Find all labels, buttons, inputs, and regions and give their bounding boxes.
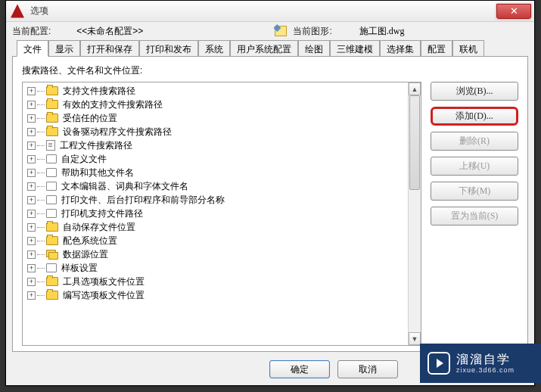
tree-item[interactable]: +编写选项板文件位置 — [23, 288, 421, 302]
info-row: 当前配置: <<未命名配置>> 当前图形: 施工图.dwg — [6, 22, 534, 40]
expand-icon[interactable]: + — [27, 182, 36, 191]
folder-icon — [46, 195, 57, 204]
tab-bar: 文件 显示 打开和保存 打印和发布 系统 用户系统配置 绘图 三维建模 选择集 … — [6, 40, 534, 57]
path-tree[interactable]: +支持文件搜索路径+有效的支持文件搜索路径+受信任的位置+设备驱动程序文件搜索路… — [22, 82, 421, 346]
expand-icon[interactable]: + — [27, 250, 36, 259]
folder-icon — [46, 209, 57, 218]
expand-icon[interactable]: + — [27, 237, 36, 245]
tree-item-label: 自动保存文件位置 — [63, 221, 135, 234]
tab-profiles[interactable]: 配置 — [421, 40, 452, 57]
tab-plot-publish[interactable]: 打印和发布 — [139, 40, 198, 57]
expand-icon[interactable]: + — [27, 196, 36, 204]
add-button[interactable]: 添加(D)... — [431, 107, 518, 126]
close-icon: ✕ — [510, 5, 518, 17]
tree-item[interactable]: +自定义文件 — [23, 152, 421, 166]
tab-3d-modeling[interactable]: 三维建模 — [330, 40, 380, 57]
tree-item-label: 打印文件、后台打印程序和前导部分名称 — [61, 194, 225, 207]
tree-item-label: 打印机支持文件路径 — [61, 207, 143, 220]
set-current-button[interactable]: 置为当前(S) — [431, 207, 518, 226]
watermark-url: zixue.3d66.com — [456, 366, 515, 375]
expand-icon[interactable]: + — [27, 114, 36, 123]
expand-icon[interactable]: + — [27, 210, 36, 218]
side-button-column: 浏览(B)... 添加(D)... 删除(R) 上移(U) 下移(M) 置为当前… — [431, 82, 518, 346]
scroll-up-button[interactable]: ▲ — [409, 82, 421, 95]
tree-item[interactable]: +自动保存文件位置 — [23, 220, 421, 234]
tree-item[interactable]: +帮助和其他文件名 — [23, 166, 421, 179]
current-drawing-label: 当前图形: — [293, 25, 331, 38]
expand-icon[interactable]: + — [27, 128, 36, 136]
tree-item-label: 数据源位置 — [63, 248, 108, 261]
expand-icon[interactable]: + — [27, 87, 36, 95]
expand-icon[interactable]: + — [27, 278, 36, 286]
expand-icon[interactable]: + — [27, 169, 36, 177]
tree-item-label: 工程文件搜索路径 — [60, 139, 132, 152]
tab-online[interactable]: 联机 — [452, 40, 484, 57]
window-close-button[interactable]: ✕ — [496, 4, 531, 19]
folder-stack-icon — [46, 250, 58, 260]
remove-button[interactable]: 删除(R) — [431, 132, 518, 151]
tree-item[interactable]: +有效的支持文件搜索路径 — [23, 98, 421, 111]
tab-open-save[interactable]: 打开和保存 — [80, 40, 139, 57]
folder-icon — [46, 86, 58, 95]
tab-selection[interactable]: 选择集 — [380, 40, 421, 57]
tab-drafting[interactable]: 绘图 — [298, 40, 330, 57]
move-down-button[interactable]: 下移(M) — [431, 182, 518, 201]
tree-item[interactable]: +受信任的位置 — [23, 111, 421, 125]
expand-icon[interactable]: + — [27, 101, 36, 109]
tree-item[interactable]: +工具选项板文件位置 — [23, 275, 421, 288]
folder-icon — [46, 222, 58, 232]
titlebar: 选项 ✕ — [6, 1, 534, 22]
tree-item[interactable]: +文本编辑器、词典和字体文件名 — [23, 179, 421, 193]
ok-button[interactable]: 确定 — [269, 360, 330, 378]
app-icon — [11, 5, 24, 18]
expand-icon[interactable]: + — [27, 291, 36, 300]
folder-icon — [46, 182, 57, 191]
content-label: 搜索路径、文件名和文件位置: — [22, 64, 518, 77]
folder-icon — [46, 100, 58, 109]
expand-icon[interactable]: + — [27, 142, 36, 150]
tab-files[interactable]: 文件 — [17, 40, 48, 57]
current-drawing-value: 施工图.dwg — [359, 25, 405, 38]
tree-item[interactable]: +工程文件搜索路径 — [23, 138, 421, 152]
document-icon — [46, 140, 55, 151]
move-up-button[interactable]: 上移(U) — [431, 157, 518, 176]
folder-icon — [46, 154, 57, 163]
scroll-track[interactable] — [409, 95, 421, 332]
folder-icon — [46, 114, 58, 123]
expand-icon[interactable]: + — [27, 264, 36, 272]
folder-icon — [46, 291, 58, 300]
tree-scrollbar[interactable]: ▲ ▼ — [408, 82, 421, 345]
tree-item-label: 文本编辑器、词典和字体文件名 — [61, 180, 188, 193]
scroll-down-button[interactable]: ▼ — [409, 332, 421, 345]
tree-item-label: 受信任的位置 — [63, 112, 117, 125]
current-profile-label: 当前配置: — [12, 25, 51, 38]
tree-item[interactable]: +配色系统位置 — [23, 234, 421, 247]
tree-item-label: 配色系统位置 — [63, 235, 117, 247]
tab-user-prefs[interactable]: 用户系统配置 — [230, 40, 298, 57]
tree-item-label: 设备驱动程序文件搜索路径 — [63, 126, 172, 138]
tree-item-label: 样板设置 — [61, 262, 98, 275]
tree-item[interactable]: +支持文件搜索路径 — [23, 84, 421, 98]
folder-icon — [46, 263, 57, 272]
tree-item[interactable]: +打印机支持文件路径 — [23, 207, 421, 220]
dialog-title: 选项 — [30, 5, 48, 17]
tree-item-label: 工具选项板文件位置 — [63, 275, 145, 288]
scroll-thumb[interactable] — [409, 95, 420, 190]
folder-icon — [46, 236, 58, 245]
cancel-button[interactable]: 取消 — [337, 360, 398, 378]
watermark-title: 溜溜自学 — [456, 352, 515, 366]
expand-icon[interactable]: + — [27, 223, 36, 232]
tree-item[interactable]: +样板设置 — [23, 261, 421, 275]
play-icon — [437, 359, 443, 368]
tree-item-label: 自定义文件 — [61, 153, 107, 166]
tree-item[interactable]: +数据源位置 — [23, 247, 421, 261]
tree-item[interactable]: +设备驱动程序文件搜索路径 — [23, 125, 421, 138]
tab-system[interactable]: 系统 — [198, 40, 230, 57]
expand-icon[interactable]: + — [27, 155, 36, 163]
browse-button[interactable]: 浏览(B)... — [431, 82, 518, 101]
tree-item-label: 帮助和其他文件名 — [61, 166, 134, 179]
folder-icon — [46, 127, 58, 136]
tree-item[interactable]: +打印文件、后台打印程序和前导部分名称 — [23, 193, 421, 207]
tab-display[interactable]: 显示 — [48, 40, 80, 57]
tree-item-label: 编写选项板文件位置 — [63, 289, 145, 302]
